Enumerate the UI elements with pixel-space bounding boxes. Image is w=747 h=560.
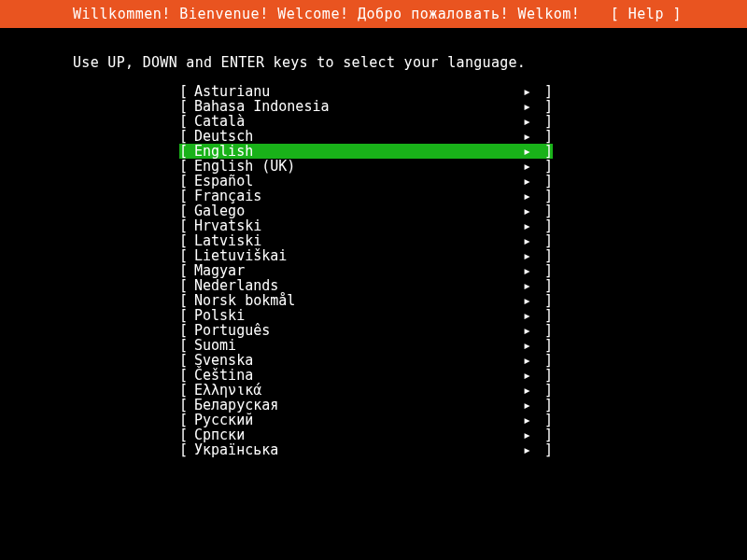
bracket-right: ]	[538, 129, 553, 144]
language-item[interactable]: [ Deutsch▸ ]	[179, 129, 553, 144]
language-name: Svenska	[194, 353, 523, 368]
submenu-arrow-icon: ▸	[523, 84, 538, 99]
submenu-arrow-icon: ▸	[523, 398, 538, 413]
bracket-left: [	[179, 323, 194, 338]
bracket-right: ]	[538, 84, 553, 99]
bracket-left: [	[179, 174, 194, 189]
submenu-arrow-icon: ▸	[523, 99, 538, 114]
bracket-right: ]	[538, 248, 553, 263]
help-button[interactable]: [ Help ]	[611, 6, 682, 22]
bracket-left: [	[179, 159, 194, 174]
submenu-arrow-icon: ▸	[523, 338, 538, 353]
language-item[interactable]: [ Norsk bokmål▸ ]	[179, 293, 553, 308]
language-name: Català	[194, 114, 523, 129]
instruction-text: Use UP, DOWN and ENTER keys to select yo…	[0, 28, 747, 71]
language-item[interactable]: [ Українська▸ ]	[179, 442, 553, 457]
submenu-arrow-icon: ▸	[523, 174, 538, 189]
language-name: Galego	[194, 203, 523, 218]
language-name: Српски	[194, 427, 523, 442]
language-item[interactable]: [ Svenska▸ ]	[179, 353, 553, 368]
submenu-arrow-icon: ▸	[523, 278, 538, 293]
language-item[interactable]: [ Latviski▸ ]	[179, 233, 553, 248]
bracket-right: ]	[538, 427, 553, 442]
bracket-left: [	[179, 263, 194, 278]
submenu-arrow-icon: ▸	[523, 189, 538, 203]
submenu-arrow-icon: ▸	[523, 233, 538, 248]
language-item[interactable]: [ Suomi▸ ]	[179, 338, 553, 353]
bracket-left: [	[179, 278, 194, 293]
submenu-arrow-icon: ▸	[523, 383, 538, 398]
language-item[interactable]: [ Français▸ ]	[179, 189, 553, 203]
submenu-arrow-icon: ▸	[523, 114, 538, 129]
bracket-left: [	[179, 427, 194, 442]
welcome-title: Willkommen! Bienvenue! Welcome! Добро по…	[7, 6, 580, 22]
submenu-arrow-icon: ▸	[523, 129, 538, 144]
language-item[interactable]: [ Hrvatski▸ ]	[179, 218, 553, 233]
language-item[interactable]: [ Lietuviškai▸ ]	[179, 248, 553, 263]
bracket-left: [	[179, 84, 194, 99]
bracket-right: ]	[538, 189, 553, 203]
language-item[interactable]: [ Galego▸ ]	[179, 203, 553, 218]
bracket-left: [	[179, 129, 194, 144]
language-name: Беларуская	[194, 398, 523, 413]
bracket-left: [	[179, 308, 194, 323]
bracket-left: [	[179, 383, 194, 398]
language-name: Русский	[194, 413, 523, 427]
language-name: Bahasa Indonesia	[194, 99, 523, 114]
bracket-left: [	[179, 413, 194, 427]
language-item[interactable]: [ Nederlands▸ ]	[179, 278, 553, 293]
bracket-left: [	[179, 398, 194, 413]
bracket-right: ]	[538, 293, 553, 308]
bracket-right: ]	[538, 203, 553, 218]
bracket-left: [	[179, 353, 194, 368]
header-bar: Willkommen! Bienvenue! Welcome! Добро по…	[0, 0, 747, 28]
bracket-right: ]	[538, 99, 553, 114]
bracket-right: ]	[538, 114, 553, 129]
language-name: Français	[194, 189, 523, 203]
language-item[interactable]: [ Bahasa Indonesia▸ ]	[179, 99, 553, 114]
language-item[interactable]: [ Српски▸ ]	[179, 427, 553, 442]
language-item[interactable]: [ Português▸ ]	[179, 323, 553, 338]
bracket-left: [	[179, 203, 194, 218]
bracket-left: [	[179, 368, 194, 383]
bracket-left: [	[179, 442, 194, 457]
language-item[interactable]: [ Polski▸ ]	[179, 308, 553, 323]
language-name: English (UK)	[194, 159, 523, 174]
bracket-right: ]	[538, 144, 553, 159]
language-item[interactable]: [ Magyar▸ ]	[179, 263, 553, 278]
language-item[interactable]: [ Беларуская▸ ]	[179, 398, 553, 413]
language-name: Čeština	[194, 368, 523, 383]
language-item[interactable]: [ Asturianu▸ ]	[179, 84, 553, 99]
bracket-left: [	[179, 144, 194, 159]
language-name: Suomi	[194, 338, 523, 353]
language-name: Asturianu	[194, 84, 523, 99]
language-item[interactable]: [ Čeština▸ ]	[179, 368, 553, 383]
language-name: Português	[194, 323, 523, 338]
bracket-right: ]	[538, 338, 553, 353]
language-item[interactable]: [ Ελληνικά▸ ]	[179, 383, 553, 398]
language-name: Magyar	[194, 263, 523, 278]
submenu-arrow-icon: ▸	[523, 353, 538, 368]
language-item[interactable]: [ English▸ ]	[179, 144, 553, 159]
submenu-arrow-icon: ▸	[523, 218, 538, 233]
submenu-arrow-icon: ▸	[523, 427, 538, 442]
bracket-left: [	[179, 233, 194, 248]
bracket-right: ]	[538, 413, 553, 427]
bracket-right: ]	[538, 278, 553, 293]
language-name: Polski	[194, 308, 523, 323]
bracket-right: ]	[538, 442, 553, 457]
bracket-left: [	[179, 114, 194, 129]
bracket-right: ]	[538, 218, 553, 233]
language-item[interactable]: [ Español▸ ]	[179, 174, 553, 189]
bracket-left: [	[179, 189, 194, 203]
bracket-right: ]	[538, 308, 553, 323]
submenu-arrow-icon: ▸	[523, 144, 538, 159]
language-item[interactable]: [ English (UK)▸ ]	[179, 159, 553, 174]
bracket-left: [	[179, 218, 194, 233]
language-item[interactable]: [ Русский▸ ]	[179, 413, 553, 427]
submenu-arrow-icon: ▸	[523, 368, 538, 383]
bracket-right: ]	[538, 383, 553, 398]
submenu-arrow-icon: ▸	[523, 248, 538, 263]
bracket-right: ]	[538, 263, 553, 278]
language-item[interactable]: [ Català▸ ]	[179, 114, 553, 129]
